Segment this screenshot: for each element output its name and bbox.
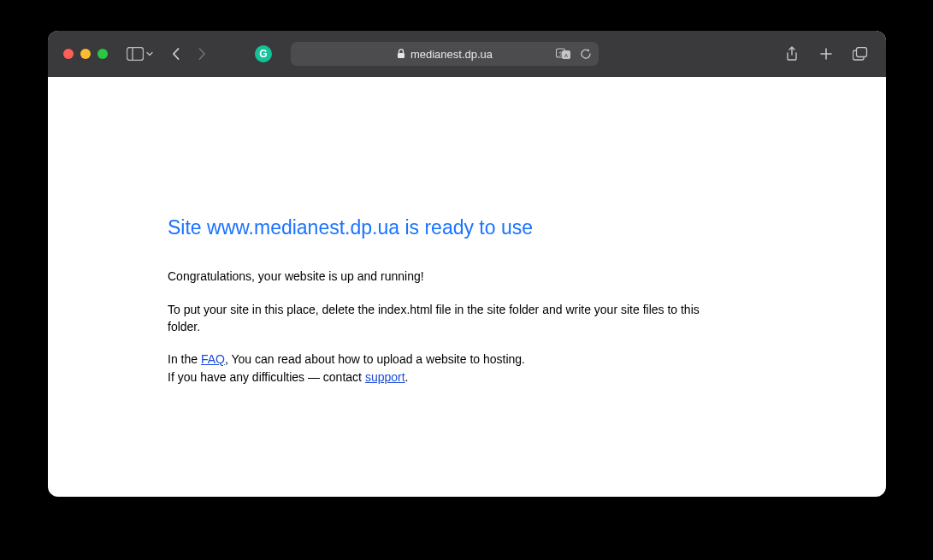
plus-icon bbox=[819, 47, 833, 61]
back-button[interactable] bbox=[166, 42, 186, 66]
reload-icon[interactable] bbox=[580, 48, 592, 60]
chevron-right-icon bbox=[197, 47, 207, 61]
share-icon bbox=[785, 46, 799, 62]
fullscreen-window-button[interactable] bbox=[97, 49, 108, 59]
browser-window: G medianest.dp.ua 文 A bbox=[48, 31, 886, 497]
support-link[interactable]: support bbox=[365, 370, 405, 384]
svg-rect-0 bbox=[127, 48, 144, 61]
forward-button[interactable] bbox=[192, 42, 212, 66]
faq-paragraph: In the FAQ, You can read about how to up… bbox=[168, 351, 715, 368]
tabs-overview-button[interactable] bbox=[850, 42, 871, 66]
translate-icon[interactable]: 文 A bbox=[556, 48, 571, 60]
url-text: medianest.dp.ua bbox=[410, 48, 493, 61]
grammarly-extension-icon[interactable]: G bbox=[255, 45, 272, 62]
sidebar-icon bbox=[127, 47, 144, 61]
support-paragraph: If you have any difficulties — contact s… bbox=[168, 368, 715, 386]
page-heading: Site www.medianest.dp.ua is ready to use bbox=[168, 214, 715, 242]
address-bar[interactable]: medianest.dp.ua 文 A bbox=[291, 42, 599, 66]
new-tab-button[interactable] bbox=[816, 42, 836, 66]
svg-text:A: A bbox=[564, 53, 568, 58]
svg-text:文: 文 bbox=[558, 50, 564, 56]
nav-buttons bbox=[166, 42, 212, 66]
svg-rect-7 bbox=[857, 48, 867, 57]
chevron-down-icon bbox=[145, 50, 154, 58]
browser-toolbar: G medianest.dp.ua 文 A bbox=[48, 31, 886, 77]
share-button[interactable] bbox=[782, 42, 802, 66]
tabs-icon bbox=[853, 47, 868, 61]
instruction-paragraph: To put your site in this place, delete t… bbox=[168, 301, 715, 336]
svg-rect-2 bbox=[398, 53, 404, 58]
window-controls bbox=[63, 49, 108, 59]
lock-icon bbox=[397, 49, 405, 59]
page-content: Site www.medianest.dp.ua is ready to use… bbox=[48, 77, 715, 386]
chevron-left-icon bbox=[171, 47, 181, 61]
address-bar-actions: 文 A bbox=[556, 48, 592, 60]
intro-paragraph: Congratulations, your website is up and … bbox=[168, 268, 715, 285]
sidebar-toggle[interactable] bbox=[127, 47, 154, 61]
faq-link[interactable]: FAQ bbox=[201, 352, 225, 366]
extension-letter: G bbox=[259, 48, 267, 60]
close-window-button[interactable] bbox=[63, 49, 74, 59]
toolbar-right-group bbox=[782, 42, 871, 66]
minimize-window-button[interactable] bbox=[80, 49, 91, 59]
